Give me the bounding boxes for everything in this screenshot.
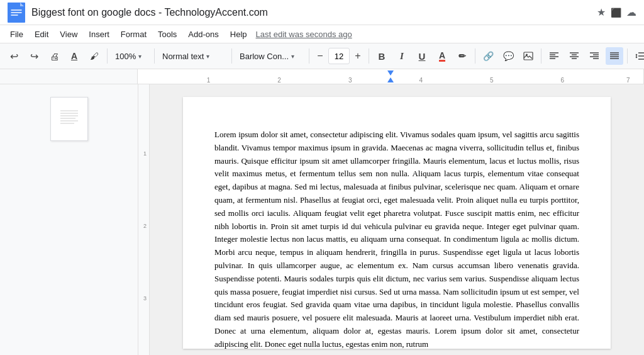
toolbar-divider-7: [541, 48, 541, 64]
font-size-input[interactable]: [328, 48, 350, 64]
document-page[interactable]: Lorem ipsum dolor sit amet, consectetur …: [183, 97, 611, 349]
line-spacing-button[interactable]: [631, 47, 644, 65]
menu-format[interactable]: Format: [116, 28, 152, 41]
style-arrow: ▾: [206, 53, 209, 60]
left-margin-ruler: 1 2 3: [138, 84, 150, 355]
text-color-button[interactable]: A: [433, 47, 451, 65]
menu-file[interactable]: File: [5, 28, 28, 41]
toolbar-divider-1: [107, 48, 108, 64]
align-right-button[interactable]: [586, 47, 603, 65]
underline-button[interactable]: U: [413, 47, 431, 65]
menu-insert[interactable]: Insert: [84, 28, 114, 41]
toolbar: ↩ ↪ 🖨 A 🖌 100% ▾ Normal text ▾ Barlow Co…: [0, 43, 644, 69]
align-justify-button[interactable]: [606, 47, 623, 65]
font-size-area: − +: [313, 48, 365, 64]
menu-tools[interactable]: Tools: [153, 28, 182, 41]
undo-button[interactable]: ↩: [5, 47, 23, 65]
svg-rect-30: [58, 106, 80, 132]
title-text: Biggest font on google docs - Technology…: [31, 7, 597, 18]
toolbar-divider-4: [309, 48, 309, 64]
left-panel: [0, 84, 138, 355]
zoom-select[interactable]: 100% ▾: [111, 47, 150, 65]
ruler: 1 2 3 4 5 6 7: [0, 69, 644, 84]
page-thumbnail[interactable]: [50, 97, 88, 141]
doc-icon: [8, 3, 25, 23]
main-area: 1 2 3 Lorem ipsum dolor sit amet, consec…: [0, 84, 644, 355]
align-center-button[interactable]: [565, 47, 583, 65]
drive-icon[interactable]: ⬛: [611, 8, 621, 18]
paint-button[interactable]: 🖌: [86, 47, 103, 65]
italic-button[interactable]: I: [393, 47, 411, 65]
font-select[interactable]: Barlow Con... ▾: [236, 47, 305, 65]
menu-edit[interactable]: Edit: [30, 28, 53, 41]
font-arrow: ▾: [291, 53, 294, 60]
last-edit[interactable]: Last edit was seconds ago: [256, 30, 352, 39]
image-button[interactable]: [519, 47, 537, 65]
document-body-text[interactable]: Lorem ipsum dolor sit amet, consectetur …: [214, 128, 579, 351]
zoom-arrow: ▾: [138, 53, 142, 60]
comment-button[interactable]: 💬: [499, 47, 517, 65]
title-bar: Biggest font on google docs - Technology…: [0, 0, 644, 25]
link-button[interactable]: 🔗: [479, 47, 497, 65]
print-button[interactable]: 🖨: [45, 47, 63, 65]
toolbar-divider-6: [475, 48, 475, 64]
font-size-decrease[interactable]: −: [313, 49, 327, 63]
bold-button[interactable]: B: [373, 47, 391, 65]
toolbar-divider-8: [627, 48, 628, 64]
highlight-button[interactable]: ✏: [453, 47, 471, 65]
toolbar-divider-5: [369, 48, 369, 64]
font-size-increase[interactable]: +: [351, 49, 365, 63]
toolbar-divider-2: [154, 48, 155, 64]
toolbar-divider-3: [231, 48, 232, 64]
star-icon[interactable]: ★: [597, 6, 606, 18]
redo-button[interactable]: ↪: [25, 47, 43, 65]
spellcheck-button[interactable]: A: [65, 47, 83, 65]
menu-help[interactable]: Help: [225, 28, 252, 41]
page-thumb-icon: [58, 106, 80, 132]
align-left-button[interactable]: [545, 47, 563, 65]
style-select[interactable]: Normal text ▾: [158, 47, 228, 65]
cloud-icon[interactable]: ☁: [626, 6, 636, 18]
menu-addons[interactable]: Add-ons: [183, 28, 223, 41]
menu-view[interactable]: View: [55, 28, 82, 41]
ruler-content: 1 2 3 4 5 6 7: [137, 69, 644, 84]
svg-rect-1: [524, 52, 533, 60]
document-area[interactable]: Lorem ipsum dolor sit amet, consectetur …: [150, 84, 644, 355]
menu-bar: File Edit View Insert Format Tools Add-o…: [0, 25, 644, 43]
